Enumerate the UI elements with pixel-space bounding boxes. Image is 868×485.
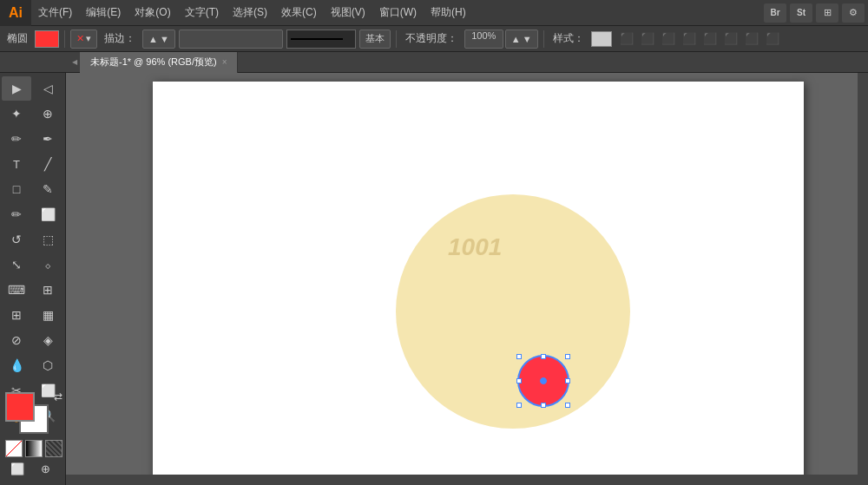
stroke-up-arrow: ▲: [148, 34, 158, 44]
change-screen-mode-icon[interactable]: ⬜: [5, 459, 30, 478]
opacity-row: 100% ▲ ▼: [464, 29, 538, 49]
free-transform-tool[interactable]: ⊞: [33, 278, 62, 302]
pattern-swatch[interactable]: [45, 440, 62, 457]
menu-file[interactable]: 文件(F): [31, 0, 79, 26]
tab-title: 未标题-1* @ 96% (RGB/预览): [90, 56, 217, 69]
style-color-swatch[interactable]: [591, 31, 612, 47]
stroke-width-btn[interactable]: ▲ ▼: [142, 29, 175, 49]
menu-select[interactable]: 选择(S): [226, 0, 274, 26]
opacity-label: 不透明度：: [402, 31, 461, 46]
stroke-arrow: ▾: [86, 33, 91, 44]
shape-label: 椭圆: [3, 31, 31, 46]
opacity-arrows[interactable]: ▲ ▼: [505, 29, 538, 49]
none-color-icon[interactable]: [5, 440, 23, 457]
vertical-scrollbar[interactable]: [858, 73, 868, 475]
align-icon-5[interactable]: ⬛: [700, 29, 720, 49]
gradient-swatch[interactable]: [25, 440, 43, 457]
handle-ml[interactable]: [516, 378, 522, 383]
rectangle-tool[interactable]: □: [2, 177, 31, 201]
menu-text[interactable]: 文字(T): [178, 0, 226, 26]
menu-object[interactable]: 对象(O): [128, 0, 177, 26]
stroke-tool-btn[interactable]: ✕ ▾: [70, 29, 97, 49]
bottom-color-icons: [5, 440, 62, 457]
blend-tool[interactable]: ⬡: [33, 353, 62, 377]
handle-tl[interactable]: [516, 354, 522, 359]
large-circle[interactable]: [396, 194, 630, 429]
handle-br[interactable]: [565, 403, 570, 408]
panel-toggle[interactable]: ◀: [69, 52, 80, 72]
warp-tool[interactable]: ⌨: [2, 278, 31, 302]
align-icon-4[interactable]: ⬛: [680, 29, 699, 49]
menu-edit[interactable]: 编辑(E): [79, 0, 128, 26]
workspace-icon-btn[interactable]: ⊞: [816, 3, 838, 23]
stroke-select[interactable]: [179, 29, 283, 49]
horizontal-scrollbar[interactable]: [66, 475, 868, 485]
opacity-down: ▼: [523, 34, 532, 44]
pencil-tool[interactable]: ✏: [2, 202, 31, 226]
align-icon-6[interactable]: ⬛: [721, 29, 740, 49]
pen-tool[interactable]: ✏: [2, 127, 31, 151]
eraser-tool[interactable]: ⬜: [33, 202, 62, 226]
tab-close-btn[interactable]: ×: [222, 57, 227, 67]
selection-tool[interactable]: ▶: [2, 76, 31, 101]
search-icon-btn[interactable]: ⚙: [842, 3, 865, 23]
mesh-tool[interactable]: ⊘: [2, 328, 31, 352]
handle-tr[interactable]: [565, 354, 570, 359]
app-logo: Ai: [0, 0, 31, 26]
eyedropper-tool[interactable]: 💧: [2, 353, 31, 377]
document-tab[interactable]: 未标题-1* @ 96% (RGB/预览) ×: [80, 52, 238, 73]
style-label: 样式：: [549, 31, 588, 46]
menu-help[interactable]: 帮助(H): [424, 0, 473, 26]
canvas-paper: 1001: [153, 82, 804, 485]
menu-view[interactable]: 视图(V): [324, 0, 372, 26]
align-icon-1[interactable]: ⬛: [617, 29, 636, 49]
zoom-in-icon[interactable]: ⊕: [33, 459, 57, 478]
align-icons: ⬛ ⬛ ⬛ ⬛ ⬛ ⬛ ⬛ ⬛: [617, 29, 782, 49]
align-icon-7[interactable]: ⬛: [742, 29, 761, 49]
align-icon-3[interactable]: ⬛: [659, 29, 678, 49]
curvature-tool[interactable]: ✒: [33, 127, 62, 151]
handle-bm[interactable]: [541, 403, 546, 408]
type-tool[interactable]: T: [2, 152, 31, 176]
menu-items: 文件(F) 编辑(E) 对象(O) 文字(T) 选择(S) 效果(C) 视图(V…: [31, 0, 764, 26]
perspective-grid-tool[interactable]: ▦: [33, 303, 62, 327]
handle-tm[interactable]: [541, 354, 546, 359]
foreground-color-swatch[interactable]: [5, 392, 35, 422]
fill-color-swatch[interactable]: [35, 30, 59, 48]
rotate-tool[interactable]: ↺: [2, 227, 31, 252]
menu-window[interactable]: 窗口(W): [372, 0, 424, 26]
left-toolbar: ▶ ◁ ✦ ⊕ ✏ ✒ T ╱ □ ✎ ✏ ⬜ ↺ ⬚ ⤡ ⬦ ⌨ ⊞ ⊞ ▦ …: [0, 73, 66, 485]
handle-bl[interactable]: [516, 403, 522, 408]
line-segment-tool[interactable]: ╱: [33, 152, 62, 176]
tab-bar: ◀ 未标题-1* @ 96% (RGB/预览) ×: [0, 52, 868, 73]
magic-wand-tool[interactable]: ✦: [2, 102, 31, 126]
selection-center-handle: [540, 377, 547, 384]
align-icon-8[interactable]: ⬛: [763, 29, 782, 49]
opacity-input[interactable]: 100%: [464, 29, 503, 49]
bridge-icon-btn[interactable]: Br: [764, 3, 786, 23]
properties-toolbar: 椭圆 ✕ ▾ 描边： ▲ ▼ 基本 不透明度： 100% ▲ ▼ 样式： ⬛ ⬛…: [0, 26, 868, 52]
bottom-tools-row: ⬜ ⊕: [5, 459, 57, 478]
divider-1: [64, 30, 65, 48]
opacity-up: ▲: [511, 34, 521, 44]
menu-bar: Ai 文件(F) 编辑(E) 对象(O) 文字(T) 选择(S) 效果(C) 视…: [0, 0, 868, 26]
shear-tool[interactable]: ⬦: [33, 252, 62, 277]
stroke-style-btn[interactable]: 基本: [359, 29, 391, 49]
stroke-down-arrow: ▼: [160, 34, 169, 44]
menu-effect[interactable]: 效果(C): [274, 0, 324, 26]
stroke-icon: ✕: [76, 33, 84, 44]
direct-selection-tool[interactable]: ◁: [33, 76, 62, 101]
stock-icon-btn[interactable]: St: [790, 3, 812, 23]
scale-tool[interactable]: ⤡: [2, 252, 31, 277]
small-circle-selected[interactable]: [517, 355, 569, 407]
shape-builder-tool[interactable]: ⊞: [2, 303, 31, 327]
lasso-tool[interactable]: ⊕: [33, 102, 62, 126]
reflect-tool[interactable]: ⬚: [33, 227, 62, 252]
paintbrush-tool[interactable]: ✎: [33, 177, 62, 201]
align-icon-2[interactable]: ⬛: [638, 29, 657, 49]
stroke-preview: [286, 29, 356, 49]
gradient-tool[interactable]: ◈: [33, 328, 62, 352]
handle-mr[interactable]: [565, 378, 570, 383]
canvas-area[interactable]: 1001: [66, 73, 868, 485]
swap-colors-icon[interactable]: ⇄: [54, 390, 62, 403]
